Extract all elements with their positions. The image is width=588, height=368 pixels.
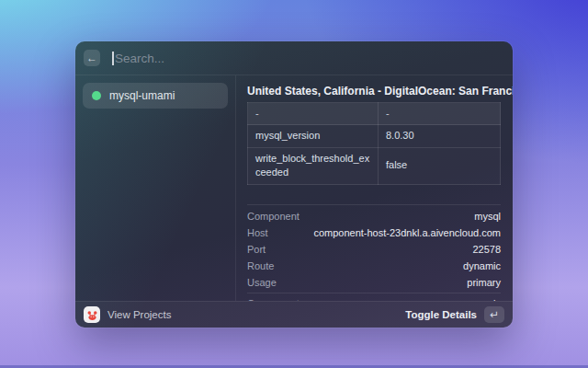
table-cell: - (248, 103, 379, 125)
property-row: Port 22578 (247, 241, 501, 258)
property-label: Route (247, 260, 274, 271)
details-pane: United States, California - DigitalOcean… (236, 75, 513, 301)
property-row: Route dynamic (247, 258, 501, 274)
toggle-details-label: Toggle Details (405, 309, 477, 320)
search-input[interactable] (115, 52, 504, 65)
property-value: component-host-23dnkl.a.aivencloud.com (313, 227, 501, 238)
property-row: Usage primary (247, 274, 501, 291)
command-palette-window: ← mysql-umami United States, California … (75, 41, 513, 328)
config-table: - - mysql_version 8.0.30 write_block_thr… (247, 102, 501, 185)
section-divider (247, 293, 501, 293)
property-value: 22578 (472, 244, 501, 255)
back-button[interactable]: ← (84, 50, 100, 66)
table-row: write_block_threshold_exceeded false (248, 147, 501, 184)
content-area: mysql-umami United States, California - … (75, 75, 513, 301)
property-label: Usage (247, 277, 277, 288)
view-projects-label: View Projects (107, 309, 171, 320)
table-header-row: - - (248, 103, 501, 125)
list-item-label: mysql-umami (109, 89, 175, 102)
connection-properties: Component mysql Host component-host-23dn… (247, 204, 501, 301)
back-arrow-icon: ← (86, 52, 97, 63)
status-dot-icon (92, 91, 101, 100)
table-cell: mysql_version (248, 125, 379, 147)
enter-key-icon: ↵ (484, 306, 504, 323)
table-row: mysql_version 8.0.30 (248, 125, 501, 147)
property-value: mysql (474, 211, 501, 222)
detail-title: United States, California - DigitalOcean… (247, 85, 501, 98)
desktop-background: ← mysql-umami United States, California … (0, 0, 588, 368)
property-label: Host (247, 227, 268, 238)
table-cell: write_block_threshold_exceeded (248, 147, 379, 184)
property-row: Component mysql (247, 208, 501, 224)
property-label: Component (247, 211, 300, 222)
table-cell: 8.0.30 (379, 125, 501, 147)
property-value: primary (467, 277, 501, 288)
view-projects-button[interactable]: View Projects (84, 306, 171, 323)
table-cell: false (379, 147, 501, 184)
property-row: Host component-host-23dnkl.a.aivencloud.… (247, 224, 501, 241)
aiven-crab-icon (84, 306, 100, 323)
text-caret (112, 52, 114, 65)
table-cell: - (379, 103, 501, 125)
toggle-details-button[interactable]: Toggle Details ↵ (405, 306, 504, 323)
action-bar: View Projects Toggle Details ↵ (75, 301, 513, 328)
property-label: Port (247, 244, 266, 255)
list-item-mysql-umami[interactable]: mysql-umami (83, 83, 228, 109)
search-bar: ← (75, 41, 513, 75)
property-value: dynamic (463, 260, 501, 271)
results-sidebar: mysql-umami (75, 75, 236, 301)
